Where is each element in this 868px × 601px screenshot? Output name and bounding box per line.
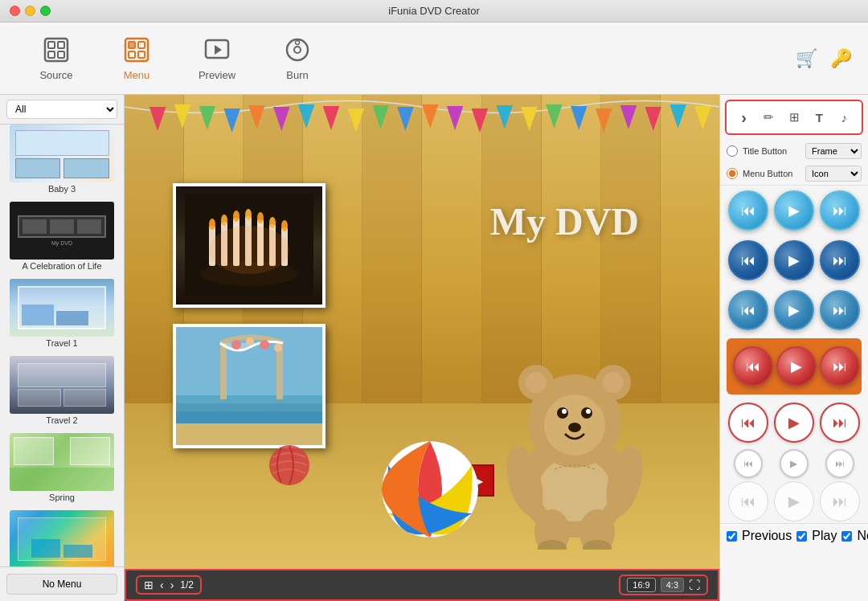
svg-point-12 [287, 39, 308, 60]
baby3-label: Baby 3 [0, 182, 124, 197]
svg-point-52 [269, 217, 276, 228]
svg-marker-32 [571, 106, 588, 130]
btn-next-red-outline[interactable]: ⏭ [820, 403, 860, 443]
fullscreen-icon[interactable]: ⛶ [689, 579, 700, 591]
svg-marker-22 [323, 106, 340, 130]
ratio-16-9[interactable]: 16:9 [627, 578, 655, 592]
sidebar-item-celebration[interactable]: My DVD A Celebration of Life [0, 202, 124, 274]
rp-text-btn[interactable]: T [809, 106, 830, 129]
next-checkbox[interactable] [841, 531, 852, 542]
btn-play-med-blue[interactable]: ▶ [774, 290, 814, 330]
rp-music-btn[interactable]: ♪ [833, 106, 855, 129]
dvd-background: My DVD [125, 95, 719, 569]
travel1-label: Travel 1 [0, 337, 124, 351]
checkbox-row: Previous Play Next [720, 523, 868, 548]
btn-prev-red[interactable]: ⏮ [733, 346, 773, 386]
filter-select[interactable]: All Baby Travel Nature Holiday [6, 100, 117, 119]
svg-marker-34 [620, 105, 637, 129]
toolbar-source[interactable]: Source [16, 27, 96, 91]
btn-grid-row4: ⏮ ▶ ⏭ [727, 341, 862, 391]
btn-prev-dark-blue[interactable]: ⏮ [728, 240, 768, 280]
svg-point-49 [233, 211, 240, 222]
dvd-title: My DVD [490, 199, 639, 243]
svg-point-77 [562, 409, 567, 414]
menu-button-row: Menu Button Icon Frame Text [720, 162, 868, 185]
dvd-thumb1 [173, 183, 326, 308]
sidebar-item-baby3[interactable]: Baby 3 [0, 125, 124, 197]
btn-next-light-blue[interactable]: ⏭ [820, 190, 860, 231]
menu-label: Menu [124, 69, 150, 81]
teddy-bear-decoration [494, 325, 655, 553]
btn-play-gray[interactable]: ▶ [780, 449, 809, 478]
play-checkbox[interactable] [796, 531, 807, 542]
sidebar-item-spring[interactable]: Spring [0, 433, 124, 505]
svg-point-53 [281, 220, 288, 231]
beach-ball-decoration [378, 437, 482, 545]
sidebar-item-summer[interactable]: Summer [0, 510, 124, 566]
btn-prev-light-blue[interactable]: ⏮ [728, 190, 768, 231]
layout-icon[interactable]: ⊞ [144, 579, 154, 591]
menu-radio[interactable] [727, 168, 738, 179]
rp-arrow-btn[interactable]: › [733, 106, 755, 129]
maximize-button[interactable] [40, 6, 51, 16]
key-icon[interactable]: 🔑 [830, 48, 852, 69]
toolbar-burn[interactable]: Burn [257, 27, 338, 91]
minimize-button[interactable] [25, 6, 35, 16]
svg-marker-27 [447, 106, 464, 130]
svg-point-47 [209, 219, 215, 230]
btn-next-med-blue[interactable]: ⏭ [820, 290, 860, 330]
title-button-row: Title Button Frame Icon Text [720, 140, 868, 162]
title-button-label: Title Button [743, 146, 800, 156]
svg-rect-2 [58, 42, 64, 48]
btn-play-red-outline[interactable]: ▶ [774, 403, 814, 443]
next-page-btn[interactable]: › [170, 579, 174, 591]
play-label: Play [812, 529, 837, 543]
rp-edit-btn[interactable]: ✏ [758, 106, 780, 129]
btn-prev-gray[interactable]: ⏮ [734, 449, 763, 478]
btn-next-red[interactable]: ⏭ [820, 346, 860, 386]
btn-prev-med-blue[interactable]: ⏮ [728, 290, 768, 330]
svg-rect-6 [129, 42, 135, 48]
no-menu-button[interactable]: No Menu [6, 574, 117, 595]
btn-prev-red-outline[interactable]: ⏮ [728, 403, 768, 443]
btn-play-dark-blue[interactable]: ▶ [774, 240, 814, 280]
btn-next-dark-blue[interactable]: ⏭ [820, 240, 860, 280]
svg-point-66 [269, 445, 309, 485]
btn-play-partial[interactable]: ▶ [774, 481, 814, 521]
svg-marker-24 [372, 105, 389, 129]
previous-checkbox[interactable] [727, 531, 737, 542]
btn-play-light-blue[interactable]: ▶ [774, 190, 814, 231]
ratio-4-3[interactable]: 4:3 [661, 578, 684, 592]
celebration-label: A Celebration of Life [0, 260, 124, 274]
cart-icon[interactable]: 🛒 [796, 48, 817, 69]
preview-bottom-bar: ⊞ ‹ › 1/2 16:9 4:3 ⛶ [125, 569, 719, 601]
close-button[interactable] [10, 6, 20, 16]
sidebar-filter: All Baby Travel Nature Holiday [0, 95, 124, 125]
svg-point-63 [274, 344, 282, 352]
btn-next-partial[interactable]: ⏭ [820, 481, 860, 521]
preview-label: Preview [199, 69, 235, 81]
sidebar-item-travel1[interactable]: Travel 1 [0, 279, 124, 351]
title-radio[interactable] [727, 145, 738, 157]
btn-prev-partial[interactable]: ⏮ [728, 481, 768, 521]
sidebar-bottom: No Menu [0, 566, 124, 601]
svg-point-78 [586, 409, 591, 414]
svg-point-73 [603, 372, 624, 393]
menu-button-select[interactable]: Icon Frame Text [805, 166, 862, 182]
btn-play-red[interactable]: ▶ [776, 346, 817, 386]
sidebar-item-travel2[interactable]: Travel 2 [0, 356, 124, 428]
burn-label: Burn [286, 69, 308, 81]
svg-marker-25 [397, 107, 414, 131]
svg-marker-31 [546, 104, 563, 129]
svg-rect-8 [129, 51, 135, 58]
btn-next-gray[interactable]: ⏭ [825, 449, 854, 478]
toolbar-preview[interactable]: Preview [177, 27, 257, 91]
main-toolbar: Source Menu Preview Burn 🛒 🔑 [0, 22, 868, 95]
svg-point-60 [231, 340, 241, 350]
svg-marker-35 [645, 107, 662, 131]
title-button-select[interactable]: Frame Icon Text [805, 143, 862, 159]
rp-grid-btn[interactable]: ⊞ [783, 106, 805, 129]
toolbar-menu[interactable]: Menu [96, 27, 177, 91]
svg-rect-7 [138, 42, 145, 48]
prev-page-btn[interactable]: ‹ [160, 579, 164, 591]
